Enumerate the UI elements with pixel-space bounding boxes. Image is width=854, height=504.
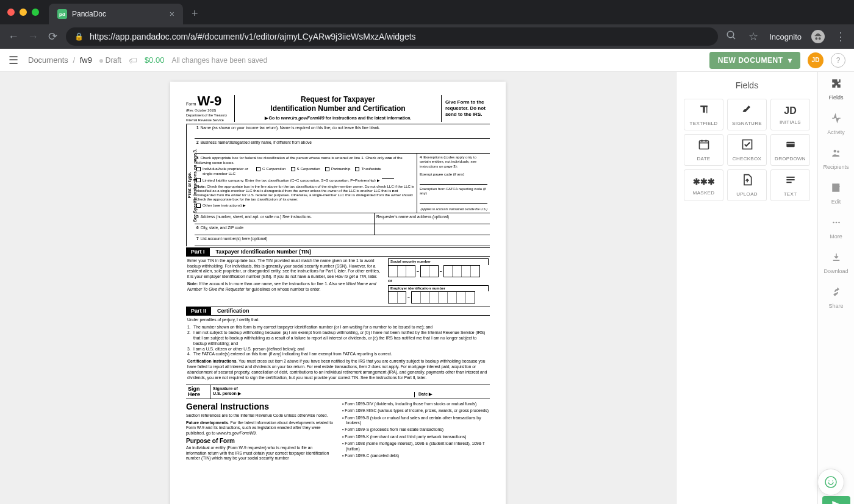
textfield-icon bbox=[698, 103, 710, 118]
rail-puzzle[interactable]: Fields bbox=[823, 72, 849, 107]
maximize-window-button[interactable] bbox=[32, 9, 39, 16]
initials-icon: JD bbox=[784, 104, 796, 117]
toolbar: ← → ⟳ 🔒 https://app.pandadoc.com/a/#/doc… bbox=[0, 24, 854, 49]
new-document-button[interactable]: NEW DOCUMENT▾ bbox=[709, 52, 800, 69]
breadcrumb-root[interactable]: Documents bbox=[28, 55, 68, 65]
rail-more[interactable]: More bbox=[823, 211, 849, 246]
incognito-icon bbox=[811, 30, 825, 43]
edit-icon bbox=[831, 182, 842, 196]
upload-icon bbox=[741, 174, 753, 189]
tab-strip: pd PandaDoc × + bbox=[0, 0, 854, 24]
svg-rect-2 bbox=[706, 106, 707, 113]
svg-point-19 bbox=[825, 477, 836, 488]
save-status: All changes have been saved bbox=[171, 56, 267, 65]
rail-activity[interactable]: Activity bbox=[823, 107, 849, 141]
svg-point-18 bbox=[838, 222, 840, 224]
svg-point-16 bbox=[833, 222, 834, 224]
svg-rect-9 bbox=[786, 143, 794, 144]
address-bar[interactable]: 🔒 https://app.pandadoc.com/a/#/document/… bbox=[66, 27, 718, 46]
tab-favicon: pd bbox=[57, 9, 67, 19]
svg-rect-8 bbox=[786, 142, 794, 147]
field-checkbox[interactable]: CHECKBOX bbox=[727, 134, 767, 166]
signature-icon bbox=[741, 103, 753, 118]
field-initials[interactable]: JDINITIALS bbox=[770, 99, 810, 130]
chevron-down-icon: ▾ bbox=[788, 56, 792, 65]
rail-download[interactable]: Download bbox=[823, 246, 849, 280]
app-header: ☰ Documents / fw9 Draft 🏷 $0.00 All chan… bbox=[0, 49, 854, 72]
incognito-label: Incognito bbox=[769, 32, 802, 41]
fields-panel: Fields TEXTFIELDSIGNATUREJDINITIALSDATEC… bbox=[676, 72, 817, 504]
field-text[interactable]: TEXT bbox=[770, 169, 810, 201]
url-text: https://app.pandadoc.com/a/#/document/v1… bbox=[90, 32, 416, 41]
masked-icon: ✱✱✱ bbox=[693, 175, 715, 188]
chat-fab[interactable] bbox=[817, 469, 844, 495]
rail-edit[interactable]: Edit bbox=[823, 176, 849, 211]
field-textfield[interactable]: TEXTFIELD bbox=[684, 99, 723, 130]
breadcrumb: Documents / fw9 bbox=[28, 55, 92, 65]
breadcrumb-doc[interactable]: fw9 bbox=[80, 55, 92, 65]
svg-point-14 bbox=[837, 151, 839, 153]
activity-icon bbox=[831, 113, 842, 127]
document-page[interactable]: Form W-9 (Rev. October 2018) Department … bbox=[170, 82, 506, 504]
svg-line-1 bbox=[733, 37, 735, 39]
price-value[interactable]: $0.00 bbox=[145, 55, 165, 65]
field-signature[interactable]: SIGNATURE bbox=[727, 99, 767, 130]
svg-point-17 bbox=[835, 222, 837, 224]
checkbox-icon bbox=[741, 138, 753, 154]
tab-title: PandaDoc bbox=[72, 10, 106, 18]
more-icon bbox=[831, 217, 842, 231]
field-date[interactable]: DATE bbox=[684, 134, 723, 166]
field-dropdown[interactable]: DROPDOWN bbox=[770, 134, 810, 166]
browser-tab[interactable]: pd PandaDoc × bbox=[49, 4, 183, 24]
main-area: Form W-9 (Rev. October 2018) Department … bbox=[0, 72, 854, 504]
field-upload[interactable]: UPLOAD bbox=[727, 169, 767, 201]
tag-icon[interactable]: 🏷 bbox=[129, 55, 137, 65]
text-icon bbox=[784, 174, 797, 189]
field-masked[interactable]: ✱✱✱MASKED bbox=[684, 169, 723, 201]
right-rail: FieldsActivityRecipientsEditMoreDownload… bbox=[817, 72, 854, 504]
status-badge: Draft bbox=[99, 56, 121, 65]
vertical-instruction: Print or type.See Specific Instructions … bbox=[186, 124, 195, 246]
date-icon bbox=[698, 138, 710, 154]
rail-share[interactable]: Share bbox=[823, 280, 849, 315]
help-button[interactable]: ? bbox=[831, 53, 845, 68]
browser-chrome: pd PandaDoc × + ← → ⟳ 🔒 https://app.pand… bbox=[0, 0, 854, 49]
svg-point-13 bbox=[833, 150, 836, 153]
new-tab-button[interactable]: + bbox=[192, 7, 198, 20]
svg-rect-3 bbox=[699, 141, 708, 149]
rail-people[interactable]: Recipients bbox=[823, 141, 849, 176]
menu-button[interactable]: ☰ bbox=[9, 54, 21, 67]
w9-header: Form W-9 (Rev. October 2018) Department … bbox=[186, 95, 490, 124]
reload-button[interactable]: ⟳ bbox=[46, 30, 59, 43]
search-icon[interactable] bbox=[725, 30, 737, 44]
close-tab-button[interactable]: × bbox=[170, 9, 174, 19]
people-icon bbox=[831, 147, 842, 161]
lock-icon: 🔒 bbox=[74, 32, 84, 41]
document-canvas[interactable]: Form W-9 (Rev. October 2018) Department … bbox=[0, 72, 676, 504]
puzzle-icon bbox=[831, 78, 842, 92]
bookmark-button[interactable]: ☆ bbox=[747, 30, 759, 43]
close-window-button[interactable] bbox=[7, 9, 15, 16]
share-icon bbox=[831, 286, 842, 300]
download-icon bbox=[831, 252, 842, 266]
forward-button[interactable]: → bbox=[27, 30, 39, 43]
send-button[interactable]: Send bbox=[822, 496, 850, 504]
browser-menu-button[interactable]: ⋮ bbox=[834, 30, 847, 43]
minimize-window-button[interactable] bbox=[20, 9, 27, 16]
window-controls bbox=[7, 9, 39, 16]
avatar[interactable]: JD bbox=[808, 52, 824, 68]
svg-point-0 bbox=[727, 31, 734, 38]
dropdown-icon bbox=[784, 138, 797, 154]
fields-panel-title: Fields bbox=[676, 72, 817, 99]
back-button[interactable]: ← bbox=[7, 30, 20, 43]
